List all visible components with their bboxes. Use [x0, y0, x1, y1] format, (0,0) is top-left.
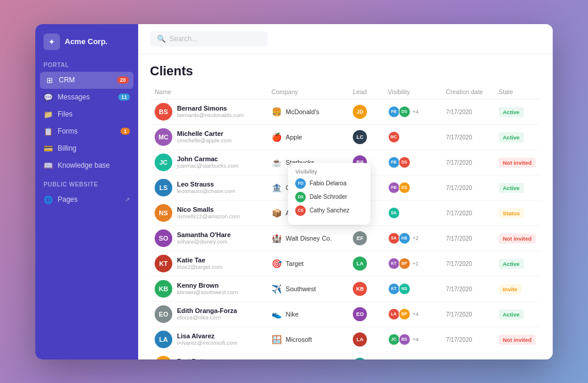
status-cell: Not invited	[494, 149, 541, 175]
public-section: Public website 🌐 Pages ↗	[35, 181, 138, 208]
sidebar-item-crm[interactable]: ⊞ CRM 20	[40, 72, 133, 89]
sidebar-item-knowledge[interactable]: 📖 Knowledge base	[35, 157, 138, 174]
sidebar-item-forms[interactable]: 📋 Forms 1	[35, 123, 138, 140]
vis-count: +4	[413, 337, 419, 342]
vis-count: +4	[413, 311, 419, 317]
client-info: Lisa Alvarez lAlvarez@microsoft.com	[177, 332, 238, 346]
company-logo: 🎯	[272, 258, 282, 269]
clients-table: Name Company Lead Visibility Creation da…	[150, 85, 541, 359]
lead-avatar: EO	[353, 307, 367, 321]
status-cell: Active	[494, 99, 541, 124]
visibility-popup: Visibility FD Fabio Delaroa DS Dale Schr…	[288, 163, 370, 225]
table-row[interactable]: BS Bernard Simons bernards@mcdonalds.com…	[150, 99, 541, 124]
creation-date: 7/17/2020	[446, 159, 472, 166]
date-cell: 7/17/2020	[441, 99, 494, 124]
creation-date: 7/17/2020	[446, 261, 472, 267]
table-row[interactable]: JC John Carmac jcarmac@starbucks.com ☕ S…	[150, 149, 541, 175]
company-cell: 🍔 McDonald's	[267, 99, 348, 124]
vis-avatar: NS	[399, 283, 410, 295]
client-avatar: LS	[155, 179, 172, 197]
vis-count: +1	[413, 261, 419, 267]
table-row[interactable]: EO Edith Oranga-Forza eforza@nike.com 👟 …	[150, 301, 541, 327]
table-row[interactable]: KB Kenny Brown kbrown@southwest.com ✈️ S…	[150, 276, 541, 301]
search-icon: 🔍	[157, 35, 166, 43]
logo-icon: ✦	[44, 34, 60, 50]
client-email: sohare@disney.com	[177, 238, 230, 245]
status-cell: Status	[494, 200, 541, 225]
lead-avatar: BP	[353, 358, 367, 359]
client-name-cell: LA Lisa Alvarez lAlvarez@microsoft.com	[150, 327, 267, 352]
visibility-avatars: FBDS	[388, 156, 437, 168]
vis-avatar: JC	[388, 334, 400, 345]
visibility-avatars: SAKB+2	[388, 232, 437, 244]
client-avatar: EO	[155, 305, 172, 323]
popup-item: DS Dale Schroder	[295, 192, 363, 202]
creation-date: 7/17/2020	[446, 311, 472, 318]
date-cell: 7/17/2020	[441, 200, 494, 225]
visibility-cell: KTNS	[383, 276, 442, 301]
popup-label: Visibility	[295, 169, 363, 175]
table-row[interactable]: BP Bart Potter hpotter@homedepot.com 🏠 H…	[150, 352, 541, 359]
visibility-avatars: MC	[388, 131, 437, 143]
lead-cell: LC	[348, 124, 383, 149]
lead-cell: EO	[348, 301, 383, 327]
client-name-cell: JC John Carmac jcarmac@starbucks.com	[150, 149, 267, 175]
company-logo: 🍔	[272, 106, 282, 117]
company-logo: 🏰	[272, 233, 282, 244]
vis-avatar: MC	[388, 131, 400, 143]
popup-person-name: Dale Schroder	[309, 194, 347, 200]
status-badge: Active	[499, 309, 524, 319]
company-name: Southwest	[286, 285, 316, 292]
popup-avatar: DS	[295, 192, 306, 202]
search-box[interactable]: 🔍 Search...	[150, 31, 268, 46]
forms-label: Forms	[58, 127, 78, 135]
client-email: leostrauss@chase.com	[177, 188, 235, 194]
client-avatar: MC	[155, 128, 172, 146]
table-row[interactable]: SO Samantha O'Hare sohare@disney.com 🏰 W…	[150, 225, 541, 251]
client-avatar: LA	[155, 331, 172, 348]
client-info: Bart Potter hpotter@homedepot.com	[177, 358, 240, 359]
vis-avatar: BS	[399, 334, 410, 345]
lead-avatar: KB	[353, 282, 367, 296]
client-name-cell: KB Kenny Brown kbrown@southwest.com	[150, 276, 267, 301]
company-name: Apple	[286, 134, 302, 141]
client-info: Nico Smalls nsmells12@amazon.com	[177, 206, 240, 219]
visibility-avatars: SA	[388, 207, 437, 219]
client-name: Lisa Alvarez	[177, 332, 238, 339]
table-row[interactable]: KT Katie Tae ktse2@target.com 🎯 Target L…	[150, 251, 541, 276]
client-email: eforza@nike.com	[177, 314, 237, 321]
lead-avatar: LA	[353, 332, 367, 347]
client-name-cell: SO Samantha O'Hare sohare@disney.com	[150, 225, 267, 251]
sidebar-item-files[interactable]: 📁 Files	[35, 106, 138, 123]
visibility-cell: NS	[383, 352, 442, 359]
visibility-avatars: KTNS	[388, 283, 437, 295]
table-row[interactable]: LA Lisa Alvarez lAlvarez@microsoft.com 🪟…	[150, 327, 541, 352]
visibility-cell: JCBS+4	[383, 327, 442, 352]
visibility-cell: SA	[383, 200, 442, 225]
client-name: Nico Smalls	[177, 206, 240, 213]
status-cell: Not invited	[494, 327, 541, 352]
visibility-cell: FBDSVisibility FD Fabio Delaroa DS Dale …	[383, 149, 442, 175]
visibility-avatars: JCBS+4	[388, 334, 437, 345]
client-email: lAlvarez@microsoft.com	[177, 339, 238, 346]
table-row[interactable]: MC Michelle Carter cmichelle@apple.com 🍎…	[150, 124, 541, 149]
forms-badge: 1	[121, 128, 130, 135]
sidebar-item-billing[interactable]: 💳 Billing	[35, 140, 138, 157]
client-name-cell: EO Edith Oranga-Forza eforza@nike.com	[150, 301, 267, 327]
col-date: Creation date	[441, 85, 494, 99]
client-name-cell: MC Michelle Carter cmichelle@apple.com	[150, 124, 267, 149]
search-placeholder: Search...	[169, 35, 198, 43]
sidebar-item-messages[interactable]: 💬 Messages 11	[35, 89, 138, 106]
visibility-avatars: FBDS+4	[388, 106, 437, 118]
page-title: Clients	[138, 54, 553, 85]
creation-date: 7/17/2020	[446, 134, 472, 141]
company-name: Walt Disney Co.	[286, 235, 332, 242]
clients-table-container: Name Company Lead Visibility Creation da…	[138, 85, 553, 359]
sidebar-item-pages[interactable]: 🌐 Pages ↗	[35, 191, 138, 208]
client-avatar: JC	[155, 154, 172, 171]
vis-avatar: BP	[399, 258, 410, 269]
pages-label: Pages	[58, 195, 78, 204]
client-name-cell: BS Bernard Simons bernards@mcdonalds.com	[150, 99, 267, 124]
billing-icon: 💳	[44, 144, 53, 153]
client-name-cell: NS Nico Smalls nsmells12@amazon.com	[150, 200, 267, 225]
